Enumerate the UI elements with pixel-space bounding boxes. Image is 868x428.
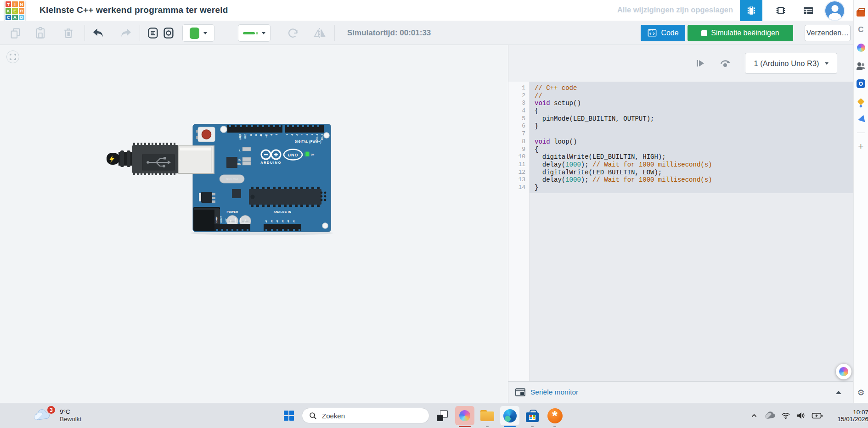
list-view-button[interactable] (800, 0, 816, 21)
line-number: 7 (508, 130, 529, 138)
code-line[interactable]: { (530, 107, 853, 115)
taskbar-store-button[interactable] (523, 406, 542, 425)
taskbar-orange-app-button[interactable]: * (545, 406, 564, 425)
code-line[interactable] (530, 130, 853, 138)
code-line[interactable]: digitalWrite(LED_BUILTIN, HIGH); (530, 153, 853, 161)
wire-type-dropdown[interactable] (238, 24, 271, 42)
circuit-canvas[interactable]: AREFGND1312~11~10~987~6~54~32TX→1RX←0 DI… (0, 45, 508, 403)
weather-widget[interactable]: 3 9°C Bewolkt (33, 403, 81, 428)
code-line[interactable]: } (530, 122, 853, 130)
logo-tile: D (19, 15, 24, 20)
user-avatar[interactable] (824, 0, 845, 21)
logo-tile: I (12, 1, 17, 7)
edge-icon (503, 409, 517, 422)
usb-port (178, 146, 214, 173)
code-line[interactable]: delay(1000); // Wait for 1000 millisecon… (530, 161, 853, 169)
code-line[interactable]: // (530, 92, 853, 100)
shopping-bag-icon[interactable] (857, 7, 866, 17)
component-visibility-button[interactable] (162, 26, 175, 40)
page-title[interactable]: Kleinste C++ werkend programma ter werel… (39, 5, 228, 15)
pin-label: ~3 (306, 134, 308, 137)
chip-icon (774, 4, 787, 17)
code-editor[interactable]: 1234567891011121314 // C++ code//void se… (508, 82, 853, 381)
code-line[interactable]: void setup() (530, 100, 853, 107)
code-line[interactable]: pinMode(LED_BUILTIN, OUTPUT); (530, 115, 853, 123)
code-line[interactable]: // C++ code (530, 84, 853, 92)
chevron-up-icon[interactable] (750, 411, 758, 420)
code-button[interactable]: Code (641, 25, 685, 41)
taskbar-start-button[interactable] (279, 406, 299, 425)
code-content[interactable]: // C++ code//void setup(){ pinMode(LED_B… (530, 82, 853, 381)
logo-tile: N (19, 1, 24, 7)
code-line[interactable]: void loop() (530, 138, 853, 146)
notes-button[interactable] (146, 26, 160, 40)
uno-label: UNO (288, 153, 299, 157)
paste-button[interactable] (34, 26, 47, 40)
taskbar-task-view-button[interactable] (433, 406, 452, 425)
copy-button[interactable] (9, 26, 23, 40)
taskbar-file-explorer-button[interactable] (478, 406, 497, 425)
mirror-flip-button[interactable] (312, 26, 327, 40)
battery-icon[interactable] (812, 411, 823, 420)
drop-icon[interactable] (857, 115, 866, 124)
chip-view-button[interactable] (773, 0, 789, 21)
step-button[interactable] (695, 58, 706, 69)
line-number: 6 (508, 122, 529, 130)
pin-label: 3.3V (225, 218, 227, 222)
components-toggle-button[interactable] (740, 0, 762, 21)
avatar-person-icon (825, 1, 844, 20)
sparkle-icon[interactable] (857, 97, 866, 106)
sidebar-divider (857, 133, 865, 133)
zoom-to-fit-button[interactable] (6, 50, 19, 63)
code-line[interactable]: } (530, 184, 853, 192)
c-ring-icon[interactable]: C (857, 25, 866, 34)
line-number: 9 (508, 146, 529, 154)
serial-monitor-icon (515, 388, 526, 397)
line-number: 12 (508, 169, 529, 177)
file-explorer-icon (480, 410, 495, 422)
code-line[interactable]: digitalWrite(LED_BUILTIN, LOW); (530, 169, 853, 177)
board-selector-dropdown[interactable]: 1 (Arduino Uno R3) (745, 53, 837, 74)
redo-button[interactable] (119, 26, 133, 40)
edge-sidebar: C + ⚙ (853, 0, 868, 403)
stop-simulation-button[interactable]: Simulatie beëindigen (688, 25, 793, 41)
onedrive-cloud-icon[interactable] (764, 411, 775, 420)
line-number: 1 (508, 84, 529, 92)
arduino-board[interactable]: AREFGND1312~11~10~987~6~54~32TX→1RX←0 DI… (106, 121, 335, 235)
on-label: ON (311, 154, 314, 156)
board-selector-label: 1 (Arduino Uno R3) (754, 59, 819, 68)
copilot-sidebar-icon[interactable] (857, 43, 866, 52)
wifi-icon[interactable] (781, 411, 790, 420)
logo-tile: K (6, 8, 11, 13)
line-number: 4 (508, 107, 529, 115)
expand-serial-icon[interactable] (836, 391, 841, 394)
send-button-label: Verzenden… (806, 29, 849, 37)
screenshot-camera-icon[interactable] (857, 79, 866, 88)
taskbar-edge-button[interactable] (500, 406, 519, 425)
color-dropdown[interactable] (182, 24, 214, 42)
code-line[interactable]: delay(1000); // Wait for 1000 millisecon… (530, 176, 853, 184)
undo-button[interactable] (91, 26, 105, 40)
send-button[interactable]: Verzenden… (805, 25, 851, 41)
pin-label: 2 (311, 134, 313, 135)
taskbar-copilot-button[interactable] (455, 406, 474, 425)
volume-icon[interactable] (796, 411, 806, 420)
add-plus-icon[interactable]: + (857, 142, 866, 151)
cloud-weather-icon: 3 (33, 408, 53, 423)
debugger-button[interactable] (719, 58, 731, 69)
serial-monitor-bar[interactable]: Seriële monitor (508, 381, 853, 403)
clock-date: 15/01/2026 (829, 416, 868, 423)
rotate-button[interactable] (287, 26, 300, 40)
tinkercad-logo[interactable]: TINKERCAD (5, 0, 25, 21)
pin-label: 5V (230, 220, 232, 222)
panel-divider (741, 54, 741, 72)
copilot-fab[interactable] (836, 364, 851, 379)
people-icon[interactable] (857, 61, 866, 70)
running-indicator (531, 426, 534, 427)
taskbar-clock[interactable]: 10:07 15/01/2026 (829, 409, 868, 423)
code-line[interactable]: { (530, 146, 853, 154)
search-input[interactable]: Zoeken (302, 408, 429, 423)
delete-button[interactable] (62, 26, 75, 40)
settings-gear-icon[interactable]: ⚙ (857, 388, 866, 397)
pin-label: 12 (255, 134, 257, 137)
